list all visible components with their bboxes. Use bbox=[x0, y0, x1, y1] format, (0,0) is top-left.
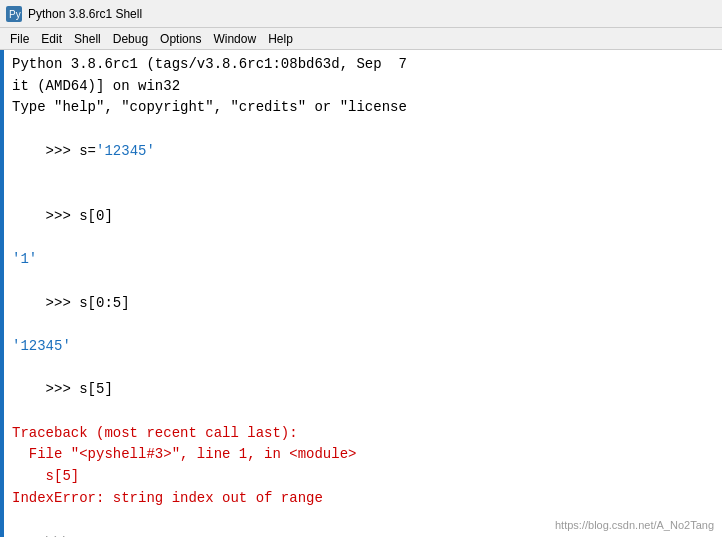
menu-shell[interactable]: Shell bbox=[68, 31, 107, 47]
watermark: https://blog.csdn.net/A_No2Tang bbox=[555, 519, 714, 531]
shell-line-8: '12345' bbox=[8, 336, 714, 358]
svg-text:Py: Py bbox=[9, 9, 21, 20]
shell-content: Python 3.8.6rc1 (tags/v3.8.6rc1:08bd63d,… bbox=[0, 50, 722, 537]
prompt-final: >>> bbox=[46, 533, 80, 537]
prompt: >>> bbox=[46, 295, 80, 311]
prompt: >>> bbox=[46, 208, 80, 224]
shell-line-7: >>> s[0:5] bbox=[8, 271, 714, 336]
shell-line-11: File "<pyshell#3>", line 1, in <module> bbox=[8, 444, 714, 466]
shell-line-13: IndexError: string index out of range bbox=[8, 488, 714, 510]
prompt: >>> bbox=[46, 143, 80, 159]
menu-file[interactable]: File bbox=[4, 31, 35, 47]
shell-line-12: s[5] bbox=[8, 466, 714, 488]
menu-window[interactable]: Window bbox=[207, 31, 262, 47]
shell-line-4: >>> s='12345' bbox=[8, 119, 714, 184]
menu-bar: File Edit Shell Debug Options Window Hel… bbox=[0, 28, 722, 50]
shell-line-3: Type "help", "copyright", "credits" or "… bbox=[8, 97, 714, 119]
title-bar: Py Python 3.8.6rc1 Shell bbox=[0, 0, 722, 28]
prompt: >>> bbox=[46, 381, 80, 397]
window-title: Python 3.8.6rc1 Shell bbox=[28, 7, 142, 21]
menu-options[interactable]: Options bbox=[154, 31, 207, 47]
menu-edit[interactable]: Edit bbox=[35, 31, 68, 47]
menu-debug[interactable]: Debug bbox=[107, 31, 154, 47]
shell-line-1: Python 3.8.6rc1 (tags/v3.8.6rc1:08bd63d,… bbox=[8, 54, 714, 76]
shell-line-6: '1' bbox=[8, 249, 714, 271]
shell-line-5: >>> s[0] bbox=[8, 184, 714, 249]
python-icon: Py bbox=[6, 6, 22, 22]
shell-line-10: Traceback (most recent call last): bbox=[8, 423, 714, 445]
shell-line-9: >>> s[5] bbox=[8, 358, 714, 423]
menu-help[interactable]: Help bbox=[262, 31, 299, 47]
shell-line-2: it (AMD64)] on win32 bbox=[8, 76, 714, 98]
